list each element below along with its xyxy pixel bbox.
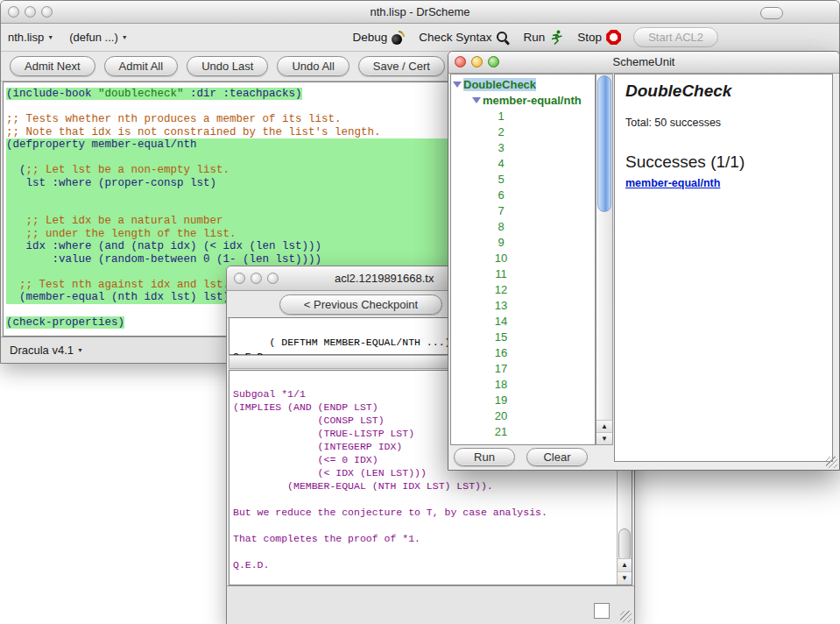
tree-item-1[interactable]: 1 [451,108,595,124]
acl2-bottom-bar [227,585,634,624]
tree-item-17[interactable]: 17 [451,360,595,376]
scroll-up-arrow[interactable]: ▲ [618,558,632,571]
dracula-button-save-cert[interactable]: Save / Cert [358,56,445,76]
window-controls [234,273,279,284]
tree-item-15[interactable]: 15 [451,329,595,344]
scroll-down-arrow[interactable]: ▼ [618,571,632,585]
tree-item-12[interactable]: 12 [451,281,595,297]
dracula-button-undo-last[interactable]: Undo Last [187,56,268,76]
zoom-button[interactable] [267,273,279,284]
scrollbar-arrows: ▲ ▼ [618,558,632,585]
scrollbar-thumb[interactable] [618,528,631,562]
resize-grip[interactable] [826,457,837,468]
chevron-down-icon [122,34,128,40]
tree-item-3[interactable]: 3 [451,139,595,155]
tree-item-4[interactable]: 4 [451,155,595,171]
search-icon [497,31,510,44]
bottom-checkbox[interactable] [594,603,610,619]
window-title: nth.lisp - DrScheme [1,5,839,18]
scroll-up-arrow[interactable]: ▲ [596,420,612,432]
debug-button[interactable]: Debug [352,31,405,45]
tree-item-10[interactable]: 10 [451,250,595,266]
dracula-button-undo-all[interactable]: Undo All [277,56,349,76]
successes-heading: Successes (1/1) [625,152,822,172]
resize-grip[interactable] [620,611,632,622]
tree-item-18[interactable]: 18 [451,376,595,392]
tree-item-11[interactable]: 11 [451,266,595,281]
stop-icon [606,30,621,45]
stop-button[interactable]: Stop [577,30,621,45]
chevron-down-icon [77,347,83,353]
schemeunit-titlebar[interactable]: SchemeUnit [448,52,839,74]
desktop: nth.lisp - DrScheme nth.lisp (defun ...)… [0,0,840,624]
minimize-button[interactable] [251,273,262,284]
start-acl2-button[interactable]: Start ACL2 [633,27,718,47]
bomb-icon [392,31,405,45]
schemeunit-buttons: Run Clear [454,448,588,466]
tree-item-21[interactable]: 21 [451,423,595,439]
tree-item-13[interactable]: 13 [451,297,595,313]
tree-item-6[interactable]: 6 [451,187,595,202]
tree-item-7[interactable]: 7 [451,202,595,218]
tree-item-19[interactable]: 19 [451,392,595,408]
test-tree[interactable]: DoubleCheckmember-equal/nth1234567891011… [450,74,596,445]
dracula-version-dropdown[interactable]: Dracula v4.1 [10,344,83,357]
scroll-down-arrow[interactable]: ▼ [596,432,612,444]
toolbar-toggle-button[interactable] [760,7,783,19]
test-result-link[interactable]: member-equal/nth [625,177,720,189]
run-tests-button[interactable]: Run [454,448,515,466]
tree-item-16[interactable]: 16 [451,344,595,360]
schemeunit-window: SchemeUnit DoubleCheckmember-equal/nth12… [448,51,840,471]
scrollbar-thumb[interactable] [597,75,611,212]
toolbar-actions: Debug Check Syntax Run Stop [338,24,718,51]
scrollbar-arrows: ▲ ▼ [596,420,612,444]
report-heading: DoubleCheck [625,82,822,101]
window-title: SchemeUnit [448,55,839,68]
file-dropdown[interactable]: nth.lisp [8,31,53,44]
clear-button[interactable]: Clear [526,448,588,466]
vertical-scrollbar[interactable]: ▲ ▼ [596,74,613,445]
tree-item-14[interactable]: 14 [451,313,595,329]
expander-triangle-icon[interactable] [453,82,462,88]
expander-triangle-icon[interactable] [472,97,481,103]
dracula-button-admit-next[interactable]: Admit Next [10,56,95,76]
main-toolbar: nth.lisp (defun ...) Debug Check Syntax … [1,24,839,52]
tree-item-doublecheck[interactable]: DoubleCheck [451,76,595,92]
check-syntax-button[interactable]: Check Syntax [419,31,509,44]
close-button[interactable] [234,273,245,284]
run-button[interactable]: Run [524,30,564,46]
dracula-button-admit-all[interactable]: Admit All [104,56,179,76]
tree-item-8[interactable]: 8 [451,218,595,234]
tree-item-5[interactable]: 5 [451,171,595,187]
chevron-down-icon [47,34,53,40]
drscheme-titlebar[interactable]: nth.lisp - DrScheme [1,1,839,24]
tree-item-member-equal-nth[interactable]: member-equal/nth [451,92,595,108]
defun-dropdown[interactable]: (defun ...) [69,31,128,44]
test-report-panel: DoubleCheck Total: 50 successes Successe… [614,74,833,462]
tree-item-2[interactable]: 2 [451,124,595,139]
runner-icon [549,30,563,46]
report-total: Total: 50 successes [625,117,822,129]
tree-item-9[interactable]: 9 [451,234,595,250]
previous-checkpoint-button[interactable]: < Previous Checkpoint [279,294,442,315]
tree-item-20[interactable]: 20 [451,408,595,423]
